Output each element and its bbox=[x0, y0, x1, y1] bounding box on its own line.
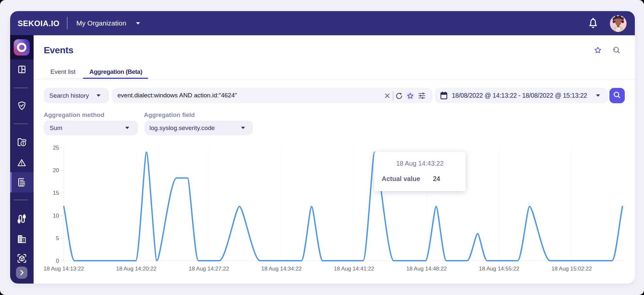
svg-text:18 Aug 14:41:22: 18 Aug 14:41:22 bbox=[334, 266, 374, 272]
svg-text:18 Aug 14:55:22: 18 Aug 14:55:22 bbox=[479, 266, 519, 272]
svg-text:25: 25 bbox=[53, 145, 59, 151]
svg-text:18 Aug 14:34:22: 18 Aug 14:34:22 bbox=[261, 266, 302, 272]
svg-text:15: 15 bbox=[53, 190, 59, 196]
svg-text:5: 5 bbox=[56, 235, 59, 241]
svg-text:18 Aug 14:48:22: 18 Aug 14:48:22 bbox=[406, 266, 447, 272]
svg-text:0: 0 bbox=[56, 258, 59, 264]
svg-text:10: 10 bbox=[53, 213, 59, 219]
svg-text:18 Aug 14:27:22: 18 Aug 14:27:22 bbox=[189, 266, 229, 272]
svg-text:20: 20 bbox=[53, 167, 59, 173]
svg-text:18 Aug 14:13:22: 18 Aug 14:13:22 bbox=[44, 266, 84, 272]
svg-text:18 Aug 14:20:22: 18 Aug 14:20:22 bbox=[116, 266, 157, 272]
svg-text:18 Aug 15:02:22: 18 Aug 15:02:22 bbox=[551, 266, 592, 272]
